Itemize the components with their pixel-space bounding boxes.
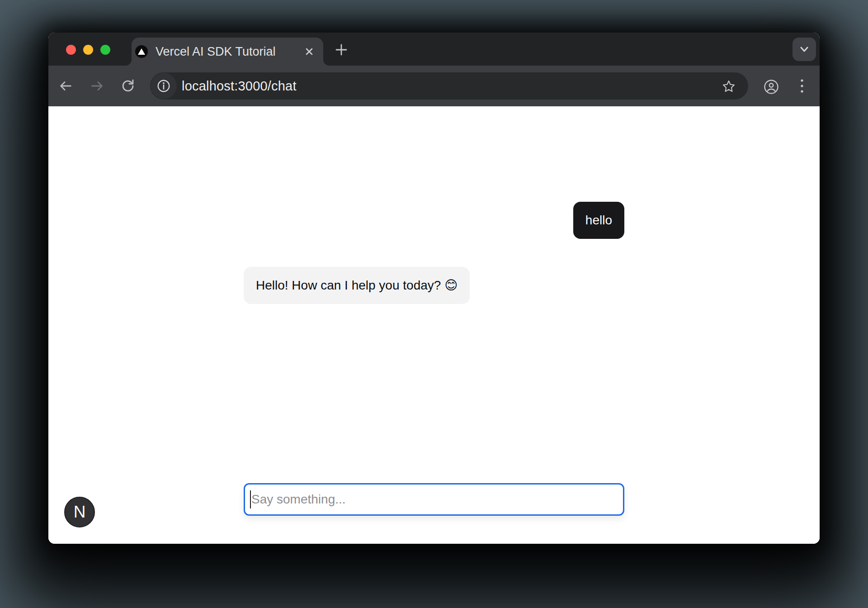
browser-window: Vercel AI SDK Tutorial [48, 33, 820, 544]
tab-title: Vercel AI SDK Tutorial [156, 45, 301, 59]
back-button[interactable] [57, 77, 74, 95]
user-message-bubble: hello [573, 202, 624, 239]
chat-message-list: hello Hello! How can I help you today? 😊 [244, 202, 624, 304]
close-icon [305, 47, 314, 56]
navigation-bar: localhost:3000/chat [48, 66, 820, 106]
window-controls [66, 45, 110, 55]
message-row-assistant: Hello! How can I help you today? 😊 [244, 267, 624, 304]
info-icon [156, 78, 171, 94]
new-tab-button[interactable] [332, 42, 350, 58]
assistant-message-bubble: Hello! How can I help you today? 😊 [244, 267, 470, 304]
site-info-button[interactable] [151, 73, 177, 99]
window-minimize-button[interactable] [83, 45, 93, 55]
browser-menu-button[interactable] [793, 77, 811, 95]
tab-search-button[interactable] [793, 38, 816, 61]
chevron-down-icon [798, 43, 811, 56]
forward-arrow-icon [90, 78, 105, 94]
nextjs-n-icon: N [74, 503, 86, 522]
reload-button[interactable] [119, 77, 137, 95]
bookmark-button[interactable] [721, 78, 737, 95]
profile-icon [763, 79, 779, 95]
window-zoom-button[interactable] [100, 45, 110, 55]
vercel-triangle-icon [135, 45, 148, 58]
reload-icon [120, 78, 136, 94]
bookmark-star-icon [722, 79, 736, 94]
nextjs-devtools-button[interactable]: N [64, 497, 95, 527]
chat-input[interactable] [244, 483, 624, 516]
page-content: hello Hello! How can I help you today? 😊… [48, 106, 820, 544]
three-dot-menu-icon [800, 78, 804, 94]
profile-button[interactable] [763, 78, 780, 95]
tab-strip: Vercel AI SDK Tutorial [48, 33, 820, 66]
message-row-user: hello [244, 202, 624, 239]
text-cursor [250, 490, 251, 508]
window-close-button[interactable] [66, 45, 76, 55]
url-text[interactable]: localhost:3000/chat [182, 72, 297, 100]
tab-vercel-ai-sdk-tutorial[interactable]: Vercel AI SDK Tutorial [132, 38, 323, 66]
chat-input-container [244, 483, 624, 516]
plus-icon [335, 44, 347, 56]
forward-button[interactable] [89, 77, 106, 95]
address-bar[interactable]: localhost:3000/chat [150, 72, 748, 100]
tab-close-button[interactable] [301, 43, 317, 60]
back-arrow-icon [58, 78, 73, 94]
